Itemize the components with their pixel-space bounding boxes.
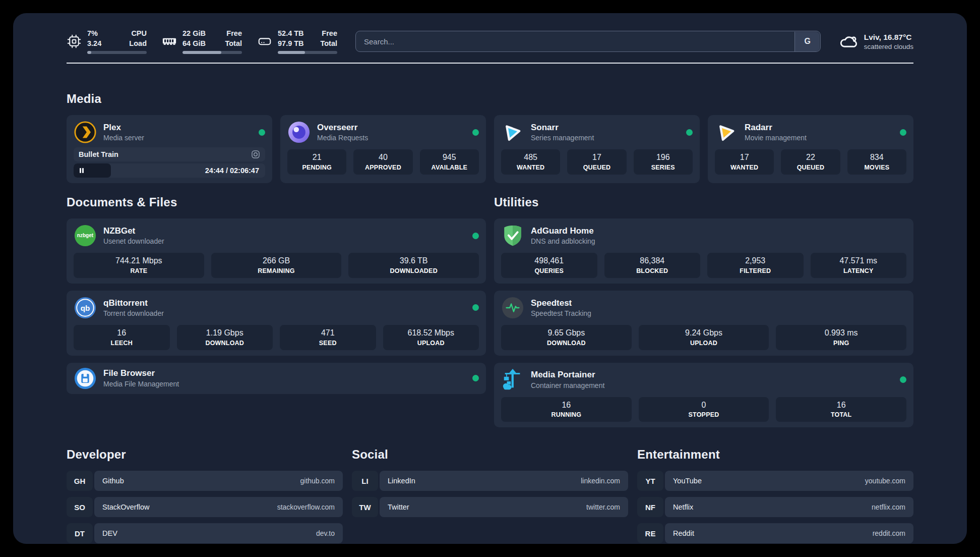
app-subtitle: Torrent downloader xyxy=(103,309,164,318)
app-name: Radarr xyxy=(745,122,807,133)
link-name: Netflix xyxy=(673,503,693,511)
stat-tile: 16 RUNNING xyxy=(501,397,632,422)
app-card-portainer[interactable]: Media Portainer Container management 16 … xyxy=(494,363,913,428)
netflix-abbr-icon: NF xyxy=(637,497,663,517)
app-card-sonarr[interactable]: Sonarr Series management 485 WANTED 17 Q… xyxy=(494,115,700,183)
disk-icon xyxy=(257,34,272,49)
header-divider xyxy=(67,63,913,64)
disk-total-label: Total xyxy=(320,39,337,49)
memory-progress-fill xyxy=(182,51,221,54)
section-title-utilities: Utilities xyxy=(494,195,913,209)
link-url: linkedin.com xyxy=(581,477,620,485)
cpu-load-label: Load xyxy=(129,39,147,49)
nzbget-icon: nzbget xyxy=(74,224,97,247)
link-url: reddit.com xyxy=(873,529,905,537)
link-row-stackoverflow[interactable]: SO StackOverflow stackoverflow.com xyxy=(67,497,343,517)
link-row-github[interactable]: GH Github github.com xyxy=(67,471,343,491)
stat-tile: 485 WANTED xyxy=(501,149,560,175)
link-url: youtube.com xyxy=(865,477,905,485)
stat-tile: 945 AVAILABLE xyxy=(420,149,479,175)
cpu-usage-value: 7% xyxy=(87,29,101,39)
link-name: YouTube xyxy=(673,477,702,485)
memory-progress-track xyxy=(182,51,242,54)
stat-tile: 1.19 Gbps DOWNLOAD xyxy=(177,325,273,350)
section-utilities: Utilities AdGuard Home xyxy=(494,195,913,427)
app-card-radarr[interactable]: Radarr Movie management 17 WANTED 22 QUE… xyxy=(708,115,913,183)
app-card-nzbget[interactable]: nzbget NZBGet Usenet downloader 744.21 M… xyxy=(67,218,486,284)
stat-tile: 22 QUEUED xyxy=(781,149,840,175)
stat-tile: 47.571 ms LATENCY xyxy=(811,253,907,278)
stat-tile: 196 SERIES xyxy=(634,149,693,175)
weather-widget: Lviv, 16.87°C scattered clouds xyxy=(839,32,913,51)
app-name: File Browser xyxy=(103,368,179,378)
link-row-youtube[interactable]: YT YouTube youtube.com xyxy=(637,471,913,491)
stat-tile: 744.21 Mbps RATE xyxy=(74,253,204,278)
link-url: netflix.com xyxy=(872,503,905,511)
app-name: qBittorrent xyxy=(103,298,164,308)
app-subtitle: Speedtest Tracking xyxy=(531,309,591,318)
app-card-overseerr[interactable]: Overseerr Media Requests 21 PENDING 40 A… xyxy=(280,115,486,183)
svg-text:nzbget: nzbget xyxy=(77,233,94,238)
app-name: Overseerr xyxy=(317,122,368,133)
app-card-filebrowser[interactable]: File Browser Media File Management xyxy=(67,363,486,394)
svg-text:qb: qb xyxy=(81,304,90,312)
app-name: Speedtest xyxy=(531,298,591,308)
status-dot xyxy=(472,233,479,239)
cpu-usage-label: CPU xyxy=(129,29,147,39)
dev-abbr-icon: DT xyxy=(67,523,93,543)
section-title-developer: Developer xyxy=(67,448,343,462)
app-card-speedtest[interactable]: Speedtest Speedtest Tracking 9.65 Gbps D… xyxy=(494,291,913,356)
now-playing-title: Bullet Train xyxy=(79,150,118,158)
link-name: Github xyxy=(102,477,124,485)
linkedin-abbr-icon: LI xyxy=(352,471,378,491)
search-input[interactable] xyxy=(355,31,821,52)
twitter-abbr-icon: TW xyxy=(352,497,378,517)
app-card-plex[interactable]: Plex Media server Bullet Train xyxy=(67,115,272,183)
cloud-icon xyxy=(839,32,858,51)
app-subtitle: DNS and adblocking xyxy=(531,237,595,246)
section-title-documents: Documents & Files xyxy=(67,195,486,209)
app-card-qbittorrent[interactable]: qb qBittorrent Torrent downloader 16 LEE… xyxy=(67,291,486,356)
weather-location-temp: Lviv, 16.87°C xyxy=(864,33,913,42)
overseerr-icon xyxy=(287,121,311,144)
memory-free-value: 22 GiB xyxy=(182,29,206,39)
app-name: Sonarr xyxy=(531,122,594,133)
status-dot xyxy=(900,129,906,136)
disk-free-value: 52.4 TB xyxy=(278,29,304,39)
stat-tile: 16 TOTAL xyxy=(776,397,906,422)
system-stat-disk: 52.4 TB 97.9 TB Free Total xyxy=(257,29,337,54)
stat-tile: 9.24 Gbps UPLOAD xyxy=(639,325,769,350)
link-row-linkedin[interactable]: LI LinkedIn linkedin.com xyxy=(352,471,628,491)
stat-tile: 39.6 TB DOWNLOADED xyxy=(348,253,479,278)
app-name: Plex xyxy=(103,122,144,133)
portainer-icon xyxy=(501,368,524,392)
header: 7% 3.24 CPU Load xyxy=(67,28,913,54)
plex-icon xyxy=(74,121,97,144)
reddit-abbr-icon: RE xyxy=(637,523,663,543)
plex-now-playing: Bullet Train 24:44 / xyxy=(74,147,265,178)
link-row-twitter[interactable]: TW Twitter twitter.com xyxy=(352,497,628,517)
radarr-icon xyxy=(715,121,738,144)
link-row-reddit[interactable]: RE Reddit reddit.com xyxy=(637,523,913,543)
section-developer: Developer GH Github github.com SO StackO… xyxy=(67,448,343,544)
app-subtitle: Movie management xyxy=(745,133,807,142)
link-name: StackOverflow xyxy=(102,503,149,511)
cpu-progress-track xyxy=(87,51,147,54)
section-title-media: Media xyxy=(67,92,913,106)
stat-tile: 0.993 ms PING xyxy=(776,325,906,350)
link-url: twitter.com xyxy=(586,503,620,511)
link-url: dev.to xyxy=(316,529,335,537)
stat-tile: 16 LEECH xyxy=(74,325,170,350)
search-engine-button[interactable]: G xyxy=(794,32,820,51)
link-url: stackoverflow.com xyxy=(277,503,335,511)
section-media: Media Plex Media server xyxy=(67,92,913,183)
link-url: github.com xyxy=(300,477,335,485)
section-title-entertainment: Entertainment xyxy=(637,448,913,462)
disk-free-label: Free xyxy=(320,29,337,39)
stat-tile: 40 APPROVED xyxy=(353,149,412,175)
link-row-netflix[interactable]: NF Netflix netflix.com xyxy=(637,497,913,517)
app-card-adguard[interactable]: AdGuard Home DNS and adblocking 498,461 … xyxy=(494,218,913,284)
system-stats: 7% 3.24 CPU Load xyxy=(67,29,337,54)
system-stat-memory: 22 GiB 64 GiB Free Total xyxy=(162,29,242,54)
link-row-dev[interactable]: DT DEV dev.to xyxy=(67,523,343,543)
